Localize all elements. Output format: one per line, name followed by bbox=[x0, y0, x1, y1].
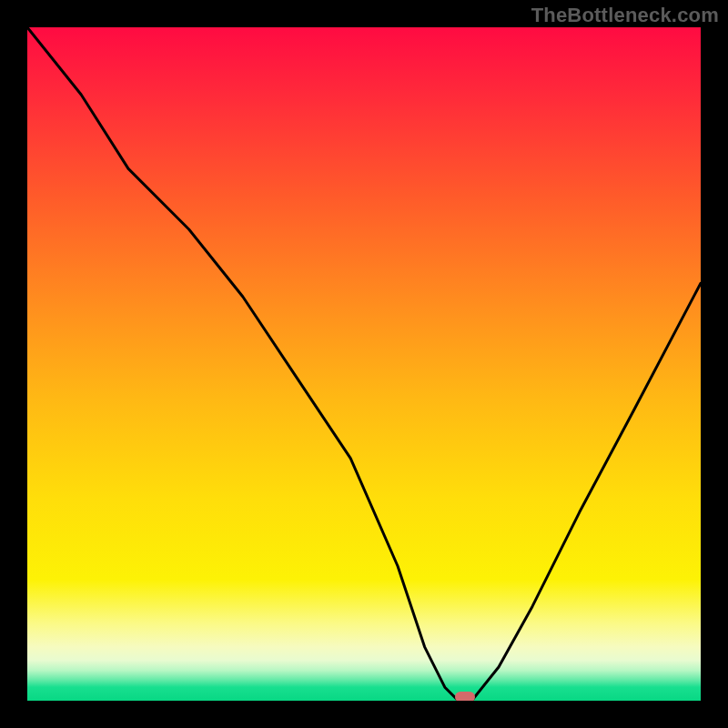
stage: TheBottleneck.com bbox=[0, 0, 728, 728]
brand-watermark: TheBottleneck.com bbox=[531, 4, 719, 27]
plot-area bbox=[27, 27, 701, 701]
bottleneck-curve bbox=[27, 27, 701, 701]
curve-path bbox=[27, 27, 701, 701]
optimum-marker bbox=[455, 692, 475, 701]
